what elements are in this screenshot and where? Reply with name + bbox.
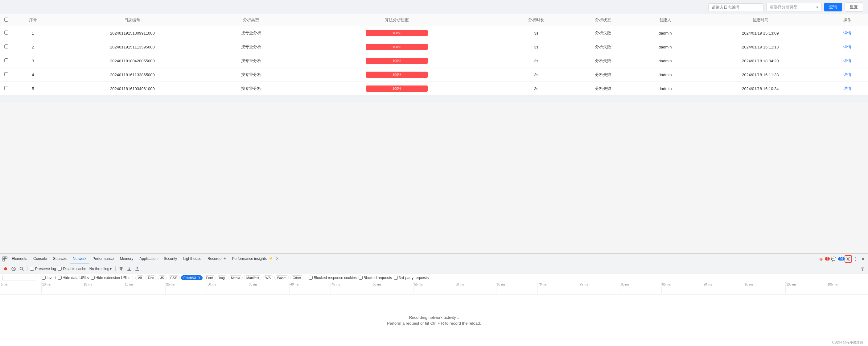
detail-link[interactable]: 详情 <box>843 72 851 77</box>
row-checkbox[interactable] <box>4 58 8 62</box>
row-type: 按专业分析 <box>211 82 291 96</box>
row-creator: dadmin <box>637 82 694 96</box>
row-duration: 3s <box>503 68 570 82</box>
reset-button[interactable]: 重置 <box>844 2 863 12</box>
table-row: 4 20240118161133865000 按专业分析 100% 3s 分析失… <box>0 68 868 82</box>
analysis-type-select[interactable]: 请选择分析类型 ▾ <box>766 3 822 11</box>
row-checkbox[interactable] <box>4 45 8 49</box>
row-checkbox-cell[interactable] <box>0 82 12 96</box>
detail-link[interactable]: 详情 <box>843 86 851 91</box>
select-all-checkbox[interactable] <box>4 18 8 22</box>
row-type: 按专业分析 <box>211 40 291 54</box>
row-checkbox-cell[interactable] <box>0 26 12 40</box>
log-id-input[interactable] <box>708 3 764 11</box>
row-index: 4 <box>12 68 54 82</box>
row-status: 分析失败 <box>569 40 637 54</box>
row-checkbox-cell[interactable] <box>0 40 12 54</box>
row-duration: 3s <box>503 40 570 54</box>
search-bar: 请选择分析类型 ▾ 查询 重置 <box>0 0 868 14</box>
detail-link[interactable]: 详情 <box>843 31 851 35</box>
table-header-log-id: 日志编号 <box>54 14 211 26</box>
row-creator: dadmin <box>637 54 694 68</box>
row-checkbox[interactable] <box>4 31 8 35</box>
query-button[interactable]: 查询 <box>824 3 842 11</box>
row-create-time: 2024/01/19 15:13:09 <box>694 26 827 40</box>
row-status: 分析失败 <box>569 82 637 96</box>
row-log-id: 20240118161133865000 <box>54 68 211 82</box>
detail-link[interactable]: 详情 <box>843 58 851 63</box>
table-row: 1 20240119151309911000 按专业分析 100% 3s 分析失… <box>0 26 868 40</box>
row-index: 2 <box>12 40 54 54</box>
row-duration: 3s <box>503 54 570 68</box>
row-creator: dadmin <box>637 26 694 40</box>
table-header-type: 分析类型 <box>211 14 291 26</box>
row-duration: 3s <box>503 26 570 40</box>
row-index: 3 <box>12 54 54 68</box>
table-header-status: 分析状态 <box>569 14 637 26</box>
row-duration: 3s <box>503 82 570 96</box>
row-creator: dadmin <box>637 40 694 54</box>
row-checkbox-cell[interactable] <box>0 68 12 82</box>
row-log-id: 20240119151309911000 <box>54 26 211 40</box>
table-row: 2 20240119151113595000 按专业分析 100% 3s 分析失… <box>0 40 868 54</box>
table-header-progress: 算法分析进度 <box>291 14 503 26</box>
row-type: 按专业分析 <box>211 26 291 40</box>
row-status: 分析失败 <box>569 54 637 68</box>
row-checkbox[interactable] <box>4 72 8 76</box>
row-progress: 100% <box>291 68 503 82</box>
row-progress: 100% <box>291 26 503 40</box>
row-create-time: 2024/01/19 15:11:13 <box>694 40 827 54</box>
row-log-id: 20240118161034961000 <box>54 82 211 96</box>
row-index: 5 <box>12 82 54 96</box>
chevron-down-icon: ▾ <box>816 5 818 9</box>
detail-link[interactable]: 详情 <box>843 45 851 49</box>
table-header-index: 序号 <box>12 14 54 26</box>
row-progress: 100% <box>291 82 503 96</box>
row-create-time: 2024/01/18 16:11:33 <box>694 68 827 82</box>
row-checkbox[interactable] <box>4 86 8 90</box>
row-create-time: 2024/01/18 16:10:34 <box>694 82 827 96</box>
row-progress: 100% <box>291 54 503 68</box>
row-index: 1 <box>12 26 54 40</box>
row-status: 分析失败 <box>569 26 637 40</box>
row-status: 分析失败 <box>569 68 637 82</box>
table-header-duration: 分析时长 <box>503 14 570 26</box>
row-creator: dadmin <box>637 68 694 82</box>
row-action[interactable]: 详情 <box>827 26 868 40</box>
row-progress: 100% <box>291 40 503 54</box>
row-action[interactable]: 详情 <box>827 54 868 68</box>
table-header-create-time: 创建时间 <box>694 14 827 26</box>
table-header-action: 操作 <box>827 14 868 26</box>
row-action[interactable]: 详情 <box>827 40 868 54</box>
row-checkbox-cell[interactable] <box>0 54 12 68</box>
row-action[interactable]: 详情 <box>827 82 868 96</box>
row-log-id: 20240119151113595000 <box>54 40 211 54</box>
table-row: 3 20240118180420055000 按专业分析 100% 3s 分析失… <box>0 54 868 68</box>
row-type: 按专业分析 <box>211 68 291 82</box>
row-type: 按专业分析 <box>211 54 291 68</box>
table-header-checkbox <box>0 14 12 26</box>
data-table: 序号 日志编号 分析类型 算法分析进度 分析时长 分析状态 创建人 创建时间 操… <box>0 14 868 96</box>
row-log-id: 20240118180420055000 <box>54 54 211 68</box>
table-row: 5 20240118161034961000 按专业分析 100% 3s 分析失… <box>0 82 868 96</box>
app-area: 请选择分析类型 ▾ 查询 重置 序号 日志编号 分析类型 算法分析进度 分析时长… <box>0 0 868 102</box>
table-header-creator: 创建人 <box>637 14 694 26</box>
row-action[interactable]: 详情 <box>827 68 868 82</box>
row-create-time: 2024/01/18 18:04:20 <box>694 54 827 68</box>
